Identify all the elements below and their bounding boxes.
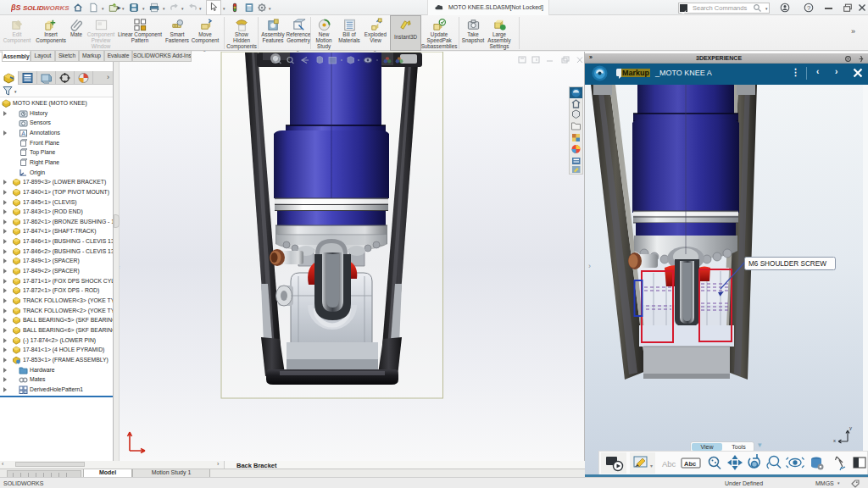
svg-text:WORKS: WORKS (43, 4, 70, 12)
svg-text:Abc: Abc (662, 459, 676, 469)
svg-text:M6 SHOULDER SCREW: M6 SHOULDER SCREW (748, 260, 826, 268)
svg-text:y: y (849, 425, 852, 430)
svg-text:›: › (588, 262, 591, 270)
svg-text:A: A (21, 130, 25, 136)
svg-text:SOLID: SOLID (23, 4, 44, 12)
svg-text:βS: βS (11, 3, 21, 12)
svg-text:▾: ▾ (650, 463, 653, 469)
svg-text:x: x (833, 438, 836, 443)
svg-text:Abc: Abc (684, 460, 696, 468)
svg-text:?: ? (807, 4, 810, 12)
